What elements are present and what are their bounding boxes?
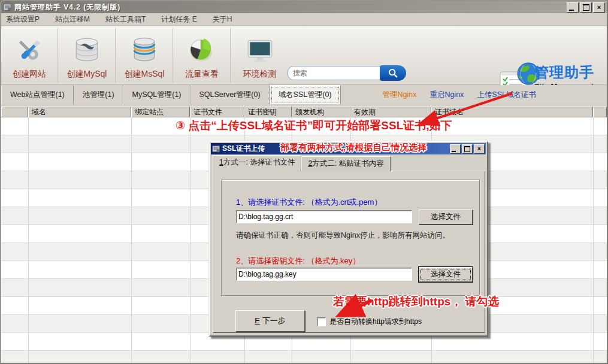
app-icon	[3, 3, 12, 12]
create-website-button[interactable]: 创建网站	[1, 28, 58, 83]
column-header-domain[interactable]: 域名	[28, 107, 131, 117]
menu-bar: 系统设置P 站点迁移M 站长工具箱T 计划任务 E 关于H	[1, 13, 607, 26]
choose-cert-file-button[interactable]: 选择文件	[419, 210, 473, 225]
column-header-trailing[interactable]	[593, 107, 607, 117]
dialog-minimize-button[interactable]	[450, 144, 461, 154]
annotation-deploy-methods: 部署有两种方式,请根据自己情况选择	[280, 142, 426, 153]
mssql-db-icon	[129, 34, 160, 68]
red-arrow-to-upload-link	[383, 84, 527, 132]
table-grid-line	[190, 117, 190, 363]
menu-webmaster-toolbox[interactable]: 站长工具箱T	[105, 14, 146, 25]
toolbar-button-label: 创建MySql	[67, 69, 107, 80]
tab-pool-management[interactable]: 池管理(1)	[74, 85, 123, 104]
column-header-cert-key[interactable]: 证书密钥	[244, 107, 292, 117]
column-header-bound-site[interactable]: 绑定站点	[131, 107, 190, 117]
red-arrow-to-checkbox	[323, 297, 383, 323]
dialog-tab-paste-content[interactable]: 2方式二: 粘贴证书内容	[301, 156, 390, 171]
close-button[interactable]: ×	[593, 2, 605, 13]
cert-file-label: 1、请选择证书文件: （格式为.crt或.pem）	[236, 197, 382, 208]
dialog-icon	[212, 145, 220, 153]
search-button[interactable]	[380, 65, 406, 81]
choose-key-file-button[interactable]: 选择文件	[419, 267, 473, 282]
traffic-view-button[interactable]: 流量查看	[174, 28, 231, 83]
search-icon	[388, 68, 398, 78]
key-file-input[interactable]	[236, 268, 412, 281]
close-icon: ×	[477, 146, 481, 152]
table-grid-line	[28, 117, 29, 363]
logo-title: 管理助手	[534, 63, 594, 82]
table-grid-line	[131, 117, 132, 363]
cert-file-input[interactable]	[236, 210, 412, 223]
create-mssql-button[interactable]: 创建MsSql	[116, 28, 173, 83]
next-step-button[interactable]: E 下一步	[235, 310, 305, 332]
dialog-tab-choose-file[interactable]: 1方式一: 选择证书文件	[213, 155, 301, 172]
search-input[interactable]	[288, 66, 381, 80]
dialog-close-button[interactable]: ×	[474, 144, 485, 154]
minimize-icon	[452, 151, 456, 152]
toolbar-button-label: 流量查看	[185, 69, 219, 80]
table-grid-line	[593, 117, 594, 363]
cert-warning-note: 请确保证书正确，否则可能导致Nginx停止，影响所有网站访问。	[236, 230, 450, 241]
monitor-icon	[244, 34, 276, 68]
minimize-button[interactable]	[567, 2, 579, 13]
maximize-icon	[583, 4, 589, 11]
maximize-icon	[464, 146, 470, 152]
dialog-tab-bar: 1方式一: 选择证书文件 2方式二: 粘贴证书内容	[213, 158, 391, 171]
window-titlebar: 网站管理助手 V4.2 (无限制版) ×	[1, 1, 607, 13]
toolbar-button-label: 环境检测	[243, 69, 277, 80]
menu-scheduled-tasks[interactable]: 计划任务 E	[161, 14, 196, 25]
create-mysql-button[interactable]: 创建MySql	[59, 28, 116, 83]
minimize-icon	[569, 10, 574, 11]
close-icon: ×	[597, 4, 601, 11]
app-window: 网站管理助手 V4.2 (无限制版) × 系统设置P 站点迁移M 站长工具箱T …	[0, 0, 608, 364]
menu-system-settings[interactable]: 系统设置P	[6, 14, 40, 25]
tab-domain-ssl-management[interactable]: 域名SSL管理(0)	[270, 85, 341, 104]
menu-site-migration[interactable]: 站点迁移M	[55, 14, 90, 25]
tab-mysql-management[interactable]: MySQL管理(1)	[123, 85, 190, 104]
tools-icon	[14, 34, 45, 68]
column-header-issuer[interactable]: 颁发机构	[292, 107, 350, 117]
environment-check-button[interactable]: 环境检测	[231, 28, 288, 83]
menu-about[interactable]: 关于H	[213, 14, 232, 25]
toolbar-button-label: 创建MsSql	[125, 69, 165, 80]
column-header-cert-file[interactable]: 证书文件	[190, 107, 244, 117]
toolbar: 创建网站 创建MySql	[1, 26, 607, 85]
maximize-button[interactable]	[580, 2, 592, 13]
key-file-label: 2、请选择密钥文件: （格式为.key）	[236, 256, 360, 266]
window-title: 网站管理助手 V4.2 (无限制版)	[14, 2, 120, 13]
dialog-maximize-button[interactable]	[462, 144, 473, 154]
toolbar-button-label: 创建网站	[13, 69, 46, 80]
tab-sqlserver-management[interactable]: SQLServer管理(0)	[190, 85, 270, 104]
column-header-empty[interactable]	[1, 107, 28, 117]
mysql-db-icon	[71, 34, 102, 68]
tab-web-site-management[interactable]: Web站点管理(1)	[1, 85, 74, 104]
pie-chart-icon	[186, 34, 217, 68]
dialog-title: SSL证书上传	[222, 144, 265, 154]
